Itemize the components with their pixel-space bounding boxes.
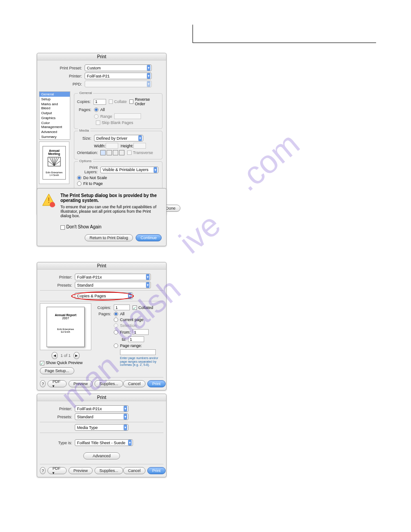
header-vline <box>193 25 193 43</box>
presets-label: Presets: <box>40 415 75 419</box>
sidebar-item-color[interactable]: Color Management <box>39 120 70 129</box>
copies-label: Copies: <box>94 305 114 310</box>
presets-select[interactable]: Standard <box>75 413 128 420</box>
options-legend: Options <box>78 159 93 163</box>
pdf-button[interactable]: PDF ▾ <box>47 467 67 474</box>
watermark-text: ive <box>172 206 227 261</box>
printer-select[interactable]: FoilFast-P21x <box>75 274 151 280</box>
to-input[interactable] <box>128 336 144 342</box>
noscale-radio[interactable] <box>77 176 81 180</box>
warning-body: To ensure that you can use the full prin… <box>60 205 162 218</box>
orient-rev-landscape-icon[interactable] <box>119 150 124 155</box>
range-label: Range <box>100 114 112 119</box>
sidebar-item-output[interactable]: Output <box>39 111 70 116</box>
print-button[interactable]: Print <box>147 380 166 387</box>
sidebar-item-graphics[interactable]: Graphics <box>39 116 70 120</box>
media-width-input <box>106 143 118 149</box>
fit-label: Fit to Page <box>83 181 103 186</box>
supplies-button[interactable]: Supplies... <box>94 380 123 387</box>
media-height-input <box>133 143 146 149</box>
from-radio[interactable] <box>114 330 118 335</box>
layers-label: Print Layers: <box>77 165 100 174</box>
pdf-button[interactable]: PDF ▾ <box>47 380 67 387</box>
orient-rev-portrait-icon[interactable] <box>113 150 118 155</box>
cancel-button[interactable]: Cancel <box>123 467 146 474</box>
layers-select[interactable]: Visible & Printable Layers <box>100 167 158 173</box>
media-type-select[interactable]: Foilfast Title Sheet - Suede <box>75 439 133 446</box>
collate-checkbox <box>109 99 113 104</box>
printer-label: Printer: <box>40 407 75 411</box>
copies-input[interactable] <box>114 305 130 310</box>
sidebar-item-setup[interactable]: Setup <box>39 97 70 102</box>
help-button[interactable]: ? <box>40 380 46 387</box>
fit-radio[interactable] <box>77 181 81 186</box>
watermark-text: .com <box>229 125 306 198</box>
print-preset-label: Print Preset: <box>40 66 85 70</box>
warning-icon: ! <box>42 193 56 218</box>
print-preset-select[interactable]: Custom <box>85 64 152 71</box>
preview-year: 2007 <box>50 317 81 320</box>
all-radio[interactable] <box>114 312 118 316</box>
sidebar-item-general[interactable]: General <box>39 92 70 97</box>
print-dialog-media-type: Print Printer: FoilFast-P21x Presets: St… <box>37 394 167 477</box>
return-button[interactable]: Return to Print Dialog <box>85 234 133 241</box>
pane-value: Media Type <box>77 425 98 430</box>
from-input[interactable] <box>133 329 149 335</box>
dialog-title: Print <box>37 394 166 401</box>
dont-show-checkbox[interactable] <box>60 225 65 230</box>
media-legend: Media <box>78 129 90 133</box>
noscale-label: Do Not Scale <box>83 176 107 180</box>
sidebar-item-advanced[interactable]: Advanced <box>39 129 70 134</box>
print-preview: Annual Meeting Exlin Enterprises 1 4 Smi… <box>39 142 69 184</box>
presets-value: Standard <box>77 415 94 419</box>
reverse-checkbox[interactable] <box>129 99 133 104</box>
orient-landscape-icon[interactable] <box>107 150 112 155</box>
all-radio[interactable] <box>94 107 98 112</box>
preview-button[interactable]: Preview <box>68 380 93 387</box>
print-preview: Annual Report 2007 Exlin Enterprises Ed … <box>40 303 91 350</box>
pane-select[interactable]: Media Type <box>75 424 128 431</box>
orient-portrait-icon[interactable] <box>100 150 106 155</box>
printer-value: FoilFast-P21x <box>77 407 102 411</box>
supplies-button[interactable]: Supplies... <box>94 467 123 474</box>
selection-label: Selection <box>120 323 137 328</box>
size-select[interactable]: Defined by Driver <box>94 135 143 142</box>
warning-heading: The Print Setup dialog box is provided b… <box>60 193 162 203</box>
selection-radio <box>114 323 118 328</box>
pagerange-label: Page range: <box>120 343 142 348</box>
height-label: Height: <box>121 144 134 148</box>
dialog-title: Print <box>37 53 166 60</box>
copies-label: Copies: <box>77 99 94 104</box>
current-radio[interactable] <box>114 317 118 322</box>
dialog-title: Print <box>37 262 166 270</box>
prev-page-button[interactable]: ◄ <box>51 352 58 359</box>
quick-preview-checkbox[interactable] <box>40 361 44 365</box>
general-fieldset: General Copies: Collate Reverse Order Pa… <box>74 93 163 129</box>
printer-select[interactable]: FoilFast-P21 <box>85 73 152 79</box>
help-button[interactable]: ? <box>40 467 46 474</box>
orient-label: Orientation: <box>77 150 100 155</box>
preview-button[interactable]: Preview <box>68 467 93 474</box>
pane-select[interactable]: Copies & Pages <box>75 292 133 299</box>
printer-select[interactable]: FoilFast-P21x <box>75 405 128 412</box>
pagerange-radio[interactable] <box>114 343 118 348</box>
print-button[interactable]: Print <box>147 467 166 474</box>
type-label: Type is: <box>40 441 75 445</box>
copies-input[interactable] <box>94 99 106 105</box>
print-dialog-mac: Print Printer: FoilFast-P21x Presets: St… <box>37 262 167 390</box>
next-page-button[interactable]: ► <box>73 352 80 359</box>
to-label: to: <box>94 337 128 342</box>
presets-select[interactable]: Standard <box>75 282 151 288</box>
continue-button[interactable]: Continue <box>136 234 162 241</box>
sidebar-item-summary[interactable]: Summary <box>39 134 70 139</box>
pagerange-input[interactable] <box>120 349 156 355</box>
advanced-button[interactable]: Advanced <box>83 452 120 459</box>
collated-checkbox[interactable] <box>133 305 137 310</box>
media-fieldset: Media Size: Defined by Driver Width: Hei… <box>74 131 163 159</box>
page-count: 1 of 1 <box>60 353 71 358</box>
page-setup-button[interactable]: Page Setup... <box>40 367 74 374</box>
printer-label: Printer: <box>40 74 85 78</box>
cancel-button[interactable]: Cancel <box>123 380 146 387</box>
collate-label: Collate <box>114 99 127 104</box>
sidebar-item-marks[interactable]: Marks and Bleed <box>39 102 70 111</box>
